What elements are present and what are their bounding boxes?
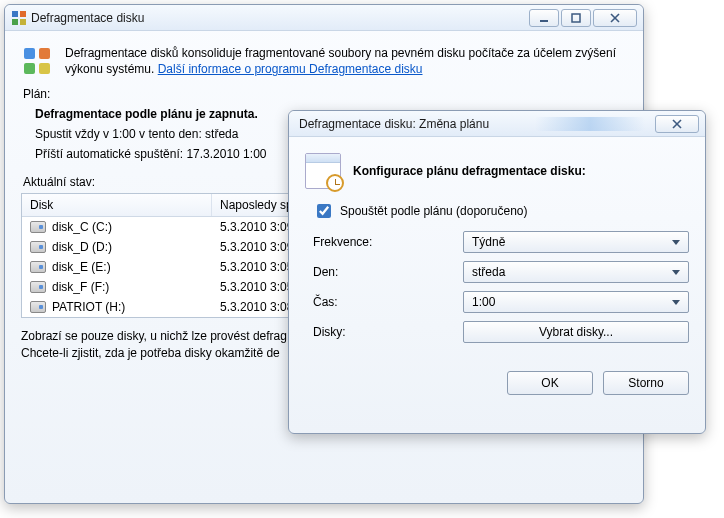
run-on-schedule-label: Spouštět podle plánu (doporučeno)	[340, 204, 527, 218]
select-disks-button[interactable]: Vybrat disky...	[463, 321, 689, 343]
maximize-button[interactable]	[561, 9, 591, 27]
col-disk-header[interactable]: Disk	[22, 194, 212, 216]
run-on-schedule-checkbox[interactable]	[317, 204, 331, 218]
calendar-clock-icon	[305, 153, 341, 189]
minimize-button[interactable]	[529, 9, 559, 27]
main-titlebar[interactable]: Defragmentace disku	[5, 5, 643, 31]
dialog-close-button[interactable]	[655, 115, 699, 133]
day-select[interactable]: středa	[463, 261, 689, 283]
chevron-down-icon	[672, 300, 680, 305]
time-label: Čas:	[313, 295, 463, 309]
aero-reflection	[535, 117, 645, 131]
drive-icon	[30, 221, 46, 233]
svg-rect-10	[24, 63, 35, 74]
dialog-title: Defragmentace disku: Změna plánu	[295, 117, 535, 131]
time-select[interactable]: 1:00	[463, 291, 689, 313]
frequency-label: Frekvence:	[313, 235, 463, 249]
drive-icon	[30, 241, 46, 253]
defrag-large-icon	[21, 45, 53, 77]
change-schedule-dialog: Defragmentace disku: Změna plánu Konfigu…	[288, 110, 706, 434]
defrag-app-icon	[11, 10, 27, 26]
ok-button[interactable]: OK	[507, 371, 593, 395]
drive-icon	[30, 261, 46, 273]
plan-label: Plán:	[23, 87, 627, 101]
svg-rect-1	[20, 11, 26, 17]
frequency-select[interactable]: Týdně	[463, 231, 689, 253]
drive-icon	[30, 301, 46, 313]
svg-rect-2	[12, 19, 18, 25]
svg-rect-9	[39, 48, 50, 59]
day-label: Den:	[313, 265, 463, 279]
cancel-button[interactable]: Storno	[603, 371, 689, 395]
main-title: Defragmentace disku	[27, 11, 527, 25]
svg-rect-3	[20, 19, 26, 25]
chevron-down-icon	[672, 240, 680, 245]
svg-rect-0	[12, 11, 18, 17]
close-button[interactable]	[593, 9, 637, 27]
disks-label: Disky:	[313, 325, 463, 339]
more-info-link[interactable]: Další informace o programu Defragmentace…	[158, 62, 423, 76]
svg-rect-8	[24, 48, 35, 59]
svg-rect-5	[572, 14, 580, 22]
drive-icon	[30, 281, 46, 293]
dialog-heading: Konfigurace plánu defragmentace disku:	[353, 164, 586, 178]
dialog-titlebar[interactable]: Defragmentace disku: Změna plánu	[289, 111, 705, 137]
chevron-down-icon	[672, 270, 680, 275]
intro-text: Defragmentace disků konsoliduje fragment…	[65, 45, 627, 77]
svg-rect-11	[39, 63, 50, 74]
